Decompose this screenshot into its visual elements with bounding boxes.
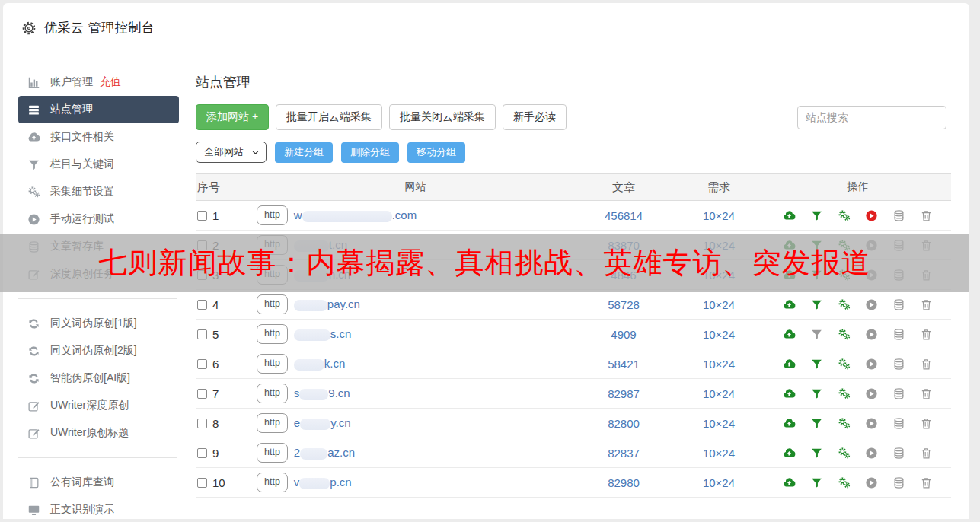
article-count[interactable]: 456814 [574,209,673,222]
run-icon[interactable] [865,476,878,489]
protocol-badge[interactable]: http [257,354,288,374]
delete-group-button[interactable]: 删除分组 [341,142,399,163]
delete-icon[interactable] [920,447,933,460]
delete-icon[interactable] [920,209,933,222]
protocol-badge[interactable]: http [257,384,288,403]
run-icon[interactable] [865,298,878,311]
cloud-collect-icon[interactable] [783,328,796,341]
sidebar-item-同义词伪原创[1版][interactable]: 同义词伪原创[1版] [18,310,179,337]
site-domain-link[interactable]: vp.cn [294,476,352,489]
run-icon[interactable] [865,209,878,222]
sidebar-item-手动运行测试[interactable]: 手动运行测试 [18,205,179,233]
run-icon[interactable] [865,417,878,430]
row-checkbox[interactable] [197,300,207,310]
batch-open-collect-button[interactable]: 批量开启云端采集 [276,104,382,130]
site-search-input[interactable] [797,106,946,129]
cloud-collect-icon[interactable] [783,298,796,311]
site-domain-link[interactable]: s9.cn [294,387,350,400]
demand-value[interactable]: 10×24 [673,358,765,371]
settings-icon[interactable] [838,476,851,489]
sidebar-item-UWriter原创标题[interactable]: UWriter原创标题 [18,419,179,447]
sidebar-item-正文识别演示[interactable]: 正文识别演示 [18,496,179,519]
recharge-link[interactable]: 充值 [100,75,121,89]
site-domain-link[interactable]: ey.cn [294,416,351,430]
row-checkbox[interactable] [197,211,207,221]
article-count[interactable]: 4909 [574,328,673,341]
move-group-button[interactable]: 移动分组 [407,142,465,163]
site-domain-link[interactable]: s.cn [294,327,352,341]
delete-icon[interactable] [920,358,933,371]
sidebar-item-公有词库查询[interactable]: 公有词库查询 [18,469,179,496]
article-count[interactable]: 82987 [574,387,673,400]
site-domain-link[interactable]: k.cn [294,357,346,371]
row-checkbox[interactable] [197,448,207,458]
protocol-badge[interactable]: http [257,443,288,463]
site-domain-link[interactable]: w.com [294,208,417,222]
sidebar-item-UWriter深度原创[interactable]: UWriter深度原创 [18,392,179,419]
demand-value[interactable]: 10×24 [673,417,765,430]
cloud-collect-icon[interactable] [783,358,796,371]
protocol-badge[interactable]: http [257,413,288,433]
article-count[interactable]: 58421 [574,358,673,371]
cloud-collect-icon[interactable] [783,447,796,460]
add-site-button[interactable]: 添加网站 + [196,104,269,130]
demand-value[interactable]: 10×24 [673,209,765,222]
demand-value[interactable]: 10×24 [673,476,765,489]
cloud-collect-icon[interactable] [783,417,796,430]
demand-value[interactable]: 10×24 [673,447,765,460]
protocol-badge[interactable]: http [257,205,288,225]
filter-rules-icon[interactable] [810,387,823,400]
article-count[interactable]: 58728 [574,298,673,311]
row-checkbox[interactable] [197,478,207,488]
article-count[interactable]: 82980 [574,476,673,489]
row-checkbox[interactable] [197,419,207,428]
site-domain-link[interactable]: 2az.cn [294,446,355,460]
storage-icon[interactable] [892,387,905,400]
demand-value[interactable]: 10×24 [673,298,765,311]
sidebar-item-智能伪原创[AI版][interactable]: 智能伪原创[AI版] [18,364,179,392]
storage-icon[interactable] [892,298,905,311]
settings-icon[interactable] [838,298,851,311]
settings-icon[interactable] [838,387,851,400]
delete-icon[interactable] [920,328,933,341]
storage-icon[interactable] [892,476,905,489]
protocol-badge[interactable]: http [257,324,288,344]
cloud-collect-icon[interactable] [783,387,796,400]
row-checkbox[interactable] [197,359,207,369]
storage-icon[interactable] [892,447,905,460]
delete-icon[interactable] [920,417,933,430]
run-icon[interactable] [865,387,878,400]
storage-icon[interactable] [892,209,905,222]
settings-icon[interactable] [838,447,851,460]
run-icon[interactable] [865,447,878,460]
delete-icon[interactable] [920,387,933,400]
sidebar-item-账户管理[interactable]: 账户管理充值 [18,68,179,96]
cloud-collect-icon[interactable] [783,476,796,489]
storage-icon[interactable] [892,417,905,430]
protocol-badge[interactable]: http [257,473,288,492]
demand-value[interactable]: 10×24 [673,328,765,341]
sidebar-item-栏目与关键词[interactable]: 栏目与关键词 [18,151,179,178]
storage-icon[interactable] [892,358,905,371]
demand-value[interactable]: 10×24 [673,387,765,400]
group-filter-select[interactable]: 全部网站 [196,142,267,163]
run-icon[interactable] [865,358,878,371]
filter-rules-icon[interactable] [810,328,823,341]
run-icon[interactable] [865,328,878,341]
sidebar-item-站点管理[interactable]: 站点管理 [18,96,179,123]
filter-rules-icon[interactable] [810,209,823,222]
settings-icon[interactable] [838,417,851,430]
filter-rules-icon[interactable] [810,417,823,430]
article-count[interactable]: 82837 [574,447,673,460]
filter-rules-icon[interactable] [810,476,823,489]
batch-close-collect-button[interactable]: 批量关闭云端采集 [389,104,496,130]
row-checkbox[interactable] [197,389,207,399]
delete-icon[interactable] [920,476,933,489]
filter-rules-icon[interactable] [810,358,823,371]
storage-icon[interactable] [892,328,905,341]
cloud-collect-icon[interactable] [783,209,796,222]
delete-icon[interactable] [920,298,933,311]
site-domain-link[interactable]: pay.cn [294,298,360,311]
protocol-badge[interactable]: http [257,294,288,314]
article-count[interactable]: 82800 [574,417,673,430]
